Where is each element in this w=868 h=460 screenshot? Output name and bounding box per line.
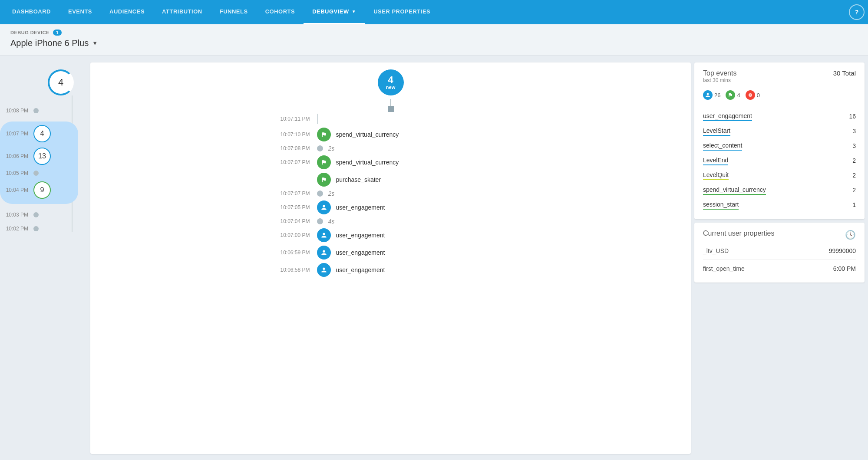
time-label-1003: 10:03 PM [0,212,28,218]
svg-text:!: ! [750,94,751,96]
blue-user-icon-4 [317,263,331,277]
timeline-row-1006: 10:06 PM 13 [0,148,78,165]
timeline-row-1007: 10:07 PM 4 [0,125,78,142]
event-time-100704: 10:07:04 PM [261,218,317,224]
right-panel: Top events last 30 mins 30 Total 26 4 [694,62,868,454]
timeline-row-1003: 10:03 PM [0,212,78,218]
blue-user-icon-3 [317,246,331,260]
prop-row-1: first_open_time 6:00 PM [703,262,856,276]
nav-item-cohorts[interactable]: COHORTS [257,0,304,24]
event-timeline: 4 new 10:07:11 PM 10:07:10 PM spend_virt… [90,69,691,279]
event-list-name-4: LevelQuit [703,171,729,179]
nav-item-events[interactable]: EVENTS [59,0,101,24]
help-button[interactable]: ? [849,4,865,20]
event-list-name-1: LevelStart [703,127,730,135]
timeline-top-circle: 4 [48,69,74,95]
timeline-row-1005: 10:05 PM [0,170,78,176]
nav-item-audiences[interactable]: AUDIENCES [101,0,153,24]
event-list-row-1[interactable]: LevelStart 3 [703,124,856,138]
green-count-badge: 4 [726,90,740,100]
event-time-100705: 10:07:05 PM [261,204,317,210]
event-time-100659: 10:06:59 PM [261,250,317,256]
event-list-row-4[interactable]: LevelQuit 2 [703,168,856,183]
timeline-dot-1005 [33,171,39,176]
green-flag-icon-1 [317,128,331,141]
event-list-count-2: 3 [852,142,856,149]
blue-count-badge: 26 [703,90,720,100]
divider-1 [703,107,856,107]
time-label-1004: 10:04 PM [0,187,28,193]
event-list-name-2: select_content [703,142,742,150]
blue-count-circle [703,90,713,100]
left-timeline: -- 4 10:08 PM 10:07 PM 4 [0,62,87,454]
nav-item-user-properties[interactable]: USER PROPERTIES [365,0,439,24]
event-row-100658[interactable]: 10:06:58 PM user_engagement [261,263,521,277]
event-time-100700: 10:07:00 PM [261,232,317,238]
event-gap-3: 4s [323,218,335,225]
event-row-purchase[interactable]: purchase_skater [261,173,521,187]
blue-user-icon-2 [317,228,331,242]
history-icon[interactable]: 🕓 [845,230,856,240]
event-row-100700[interactable]: 10:07:00 PM user_engagement [261,228,521,242]
gap-dot-3 [317,218,323,224]
event-list-name-0: user_engagement [703,112,752,120]
timeline-dot-1003 [33,212,39,217]
event-list-row-6[interactable]: session_start 1 [703,197,856,212]
time-label-1008: 10:08 PM [0,108,28,114]
event-name-100710: spend_virtual_currency [331,131,399,138]
time-label-1006: 10:06 PM [0,153,28,159]
timeline-bubble-1006[interactable]: 13 [33,148,51,165]
timeline-bubble-1004[interactable]: 9 [33,181,51,199]
top-events-card: Top events last 30 mins 30 Total 26 4 [694,62,865,219]
timeline-row-1008: 10:08 PM [0,108,78,114]
middle-panel: 4 new 10:07:11 PM 10:07:10 PM spend_virt… [90,62,691,454]
gap-dot-2 [317,191,323,197]
event-row-100711: 10:07:11 PM [261,114,521,124]
event-list-count-3: 2 [852,157,856,164]
timeline-dot-1008 [33,108,39,113]
timeline-row-1002: 10:02 PM [0,226,78,232]
event-list-row-2[interactable]: select_content 3 [703,138,856,153]
event-counts-row: 26 4 ! 0 [703,90,856,100]
timeline-row-1004: 10:04 PM 9 [0,181,78,199]
event-list-count-1: 3 [852,128,856,135]
event-row-100710[interactable]: 10:07:10 PM spend_virtual_currency [261,128,521,141]
event-list-row-0[interactable]: user_engagement 16 [703,109,856,124]
event-list-row-3[interactable]: LevelEnd 2 [703,153,856,168]
timeline-dot-1002 [33,226,39,231]
red-count-circle: ! [746,90,755,100]
top-events-total: 30 Total [833,69,856,77]
event-row-100659[interactable]: 10:06:59 PM user_engagement [261,246,521,260]
nav-item-attribution[interactable]: ATTRIBUTION [153,0,211,24]
event-name-100708: spend_virtual_currency [331,159,399,166]
event-list-row-5[interactable]: spend_virtual_currency 2 [703,183,856,197]
green-count-circle [726,90,735,100]
debug-device-label: DEBUG DEVICE 1 [10,30,858,36]
event-connector [317,114,318,124]
time-label-1002: 10:02 PM [0,226,28,232]
device-selector[interactable]: Apple iPhone 6 Plus ▼ [10,38,858,48]
event-time-100658: 10:06:58 PM [261,267,317,273]
event-time-gap1: 10:07:08 PM [261,145,317,151]
timeline-bubble-1007[interactable]: 4 [33,125,51,142]
nav-item-funnels[interactable]: FUNNELS [211,0,257,24]
nav-item-dashboard[interactable]: DASHBOARD [3,0,59,24]
event-time-100707: 10:07:07 PM [261,191,317,197]
event-time-100711: 10:07:11 PM [261,116,317,122]
event-list-count-6: 1 [852,201,856,208]
event-row-100708[interactable]: 10:07:07 PM spend_virtual_currency [261,155,521,169]
gap-dot-1 [317,145,323,151]
event-gap-2: 2s [323,190,335,197]
event-row-100705[interactable]: 10:07:05 PM user_engagement [261,200,521,214]
top-events-header: Top events last 30 mins 30 Total [703,69,856,89]
nav-item-debugview[interactable]: DEBUGVIEW ▼ [304,0,365,24]
green-flag-icon-3 [317,173,331,187]
event-name-100659: user_engagement [331,249,385,256]
blue-user-icon-1 [317,200,331,214]
new-events-badge: 4 new [378,69,404,95]
red-count-badge: ! 0 [746,90,760,100]
event-name-purchase: purchase_skater [331,176,381,183]
prop-key-0: _ltv_USD [703,247,729,254]
event-row-100704: 10:07:04 PM 4s [261,218,521,225]
event-list-name-3: LevelEnd [703,157,728,164]
